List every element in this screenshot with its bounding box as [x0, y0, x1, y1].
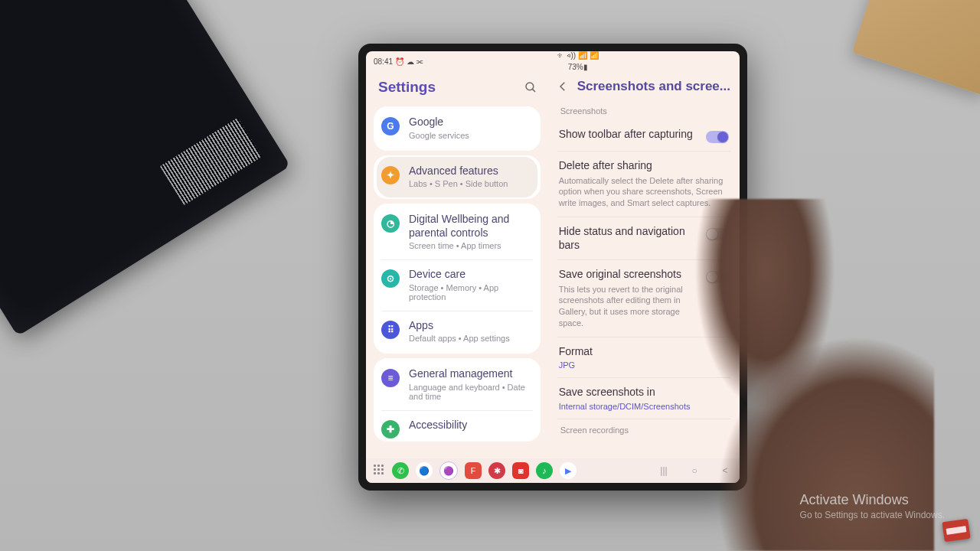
nav-home[interactable]: ○ [688, 465, 701, 476]
detail-content[interactable]: Screenshots Show toolbar after capturing… [548, 102, 740, 460]
channel-badge [942, 519, 970, 542]
row-sub: Automatically select the Delete after sh… [559, 175, 729, 210]
status-right: ᯤ ◁)) 📶 📶 73%▮ [423, 52, 732, 71]
app-messages[interactable]: 🔵 [416, 462, 433, 479]
status-left-icons: ⏰ ☁ ⫘ [395, 57, 424, 66]
row-value: JPG [559, 360, 729, 370]
settings-list[interactable]: G Google Google services ✦ [366, 102, 548, 460]
apps-icon: ⠿ [381, 321, 400, 339]
item-sub: Screen time • App timers [409, 241, 533, 250]
settings-card-advanced: ✦ Advanced features Labs • S Pen • Side … [374, 155, 541, 200]
split-panes: Settings G Google Google services [366, 70, 740, 460]
row-show-toolbar[interactable]: Show toolbar after capturing [557, 120, 730, 152]
barcode-sticker [160, 118, 263, 205]
app-browser[interactable]: 🟣 [439, 461, 458, 480]
screen: 08:41 ⏰ ☁ ⫘ ᯤ ◁)) 📶 📶 73%▮ Settings [366, 51, 740, 483]
product-box: Galaxy Z Fold6 [0, 0, 290, 336]
settings-card-google: G Google Google services [374, 106, 541, 151]
app-spotify[interactable]: ♪ [536, 462, 553, 479]
settings-item-advanced-features[interactable]: ✦ Advanced features Labs • S Pen • Side … [377, 157, 537, 198]
item-sub: Language and keyboard • Date and time [409, 383, 533, 401]
settings-item-general-management[interactable]: ≡ General management Language and keyboa… [377, 360, 537, 410]
toggle-save-original[interactable] [706, 271, 729, 283]
row-save-location[interactable]: Save screenshots in Internal storage/DCI… [557, 378, 730, 419]
item-title: Apps [409, 319, 533, 333]
row-title: Hide status and navigation bars [559, 225, 698, 252]
back-icon[interactable] [556, 80, 570, 93]
watermark-title: Activate Windows [800, 492, 945, 508]
app-yelp[interactable]: ✱ [488, 462, 505, 479]
item-title: Accessibility [409, 419, 533, 432]
item-sub: Google services [409, 131, 533, 140]
app-phone[interactable]: ✆ [392, 462, 409, 479]
general-icon: ≡ [381, 369, 400, 387]
photo-scene: Galaxy Z Fold6 08:41 ⏰ ☁ ⫘ ᯤ ◁)) 📶 📶 73%… [0, 0, 980, 551]
detail-header: Screenshots and scree... [548, 70, 740, 102]
status-bar: 08:41 ⏰ ☁ ⫘ ᯤ ◁)) 📶 📶 73%▮ [366, 51, 740, 70]
status-time: 08:41 [374, 57, 393, 66]
row-title: Save screenshots in [559, 386, 729, 399]
settings-card-general: ≡ General management Language and keyboa… [374, 358, 541, 442]
settings-item-accessibility[interactable]: ✚ Accessibility [377, 411, 537, 440]
taskbar-apps: ✆ 🔵 🟣 F ✱ ◙ ♪ ▶ [392, 461, 577, 480]
windows-watermark: Activate Windows Go to Settings to activ… [800, 492, 945, 520]
watermark-sub: Go to Settings to activate Windows. [800, 510, 945, 520]
row-save-original[interactable]: Save original screenshots This lets you … [557, 260, 730, 337]
settings-header: Settings [366, 70, 548, 102]
settings-card-group: ◔ Digital Wellbeing and parental control… [374, 204, 541, 354]
item-title: Advanced features [409, 165, 533, 178]
status-left: 08:41 ⏰ ☁ ⫘ [374, 57, 423, 66]
toggle-hide-bars[interactable] [706, 228, 729, 240]
app-flipboard[interactable]: F [465, 462, 482, 479]
item-sub: Default apps • App settings [409, 334, 533, 343]
detail-title: Screenshots and scree... [577, 79, 730, 94]
nav-back[interactable]: < [718, 465, 732, 476]
row-value: Internal storage/DCIM/Screenshots [559, 402, 729, 411]
toggle-show-toolbar[interactable] [706, 131, 729, 143]
row-sub: This lets you revert to the original scr… [559, 284, 698, 329]
app-camera[interactable]: ◙ [512, 462, 529, 479]
google-icon: G [381, 117, 400, 135]
system-nav: ||| ○ < [657, 465, 732, 476]
advanced-icon: ✦ [381, 166, 400, 184]
item-title: General management [409, 367, 533, 381]
item-sub: Storage • Memory • App protection [409, 283, 533, 302]
row-hide-bars[interactable]: Hide status and navigation bars [557, 217, 730, 260]
settings-detail-pane: Screenshots and scree... Screenshots Sho… [548, 70, 740, 460]
settings-item-google[interactable]: G Google Google services [377, 108, 537, 149]
wellbeing-icon: ◔ [381, 214, 400, 233]
row-delete-after-sharing[interactable]: Delete after sharing Automatically selec… [557, 152, 730, 217]
status-signal-icons: ᯤ ◁)) 📶 📶 [557, 52, 599, 60]
device-care-icon: ⊙ [381, 269, 400, 288]
row-title: Delete after sharing [559, 159, 729, 173]
search-icon[interactable] [524, 80, 537, 94]
nav-recents[interactable]: ||| [657, 465, 671, 476]
item-sub: Labs • S Pen • Side button [409, 179, 533, 188]
row-title: Format [559, 345, 729, 359]
settings-item-device-care[interactable]: ⊙ Device care Storage • Memory • App pro… [377, 260, 537, 311]
item-title: Device care [409, 268, 533, 282]
app-drawer-icon[interactable] [374, 465, 386, 477]
section-screenshots: Screenshots [557, 102, 730, 120]
section-screen-recordings: Screen recordings [557, 419, 730, 439]
app-play-store[interactable]: ▶ [560, 462, 577, 479]
row-title: Show toolbar after capturing [559, 128, 698, 142]
wood-prop [852, 0, 980, 95]
svg-point-0 [526, 83, 534, 90]
row-title: Save original screenshots [559, 268, 698, 282]
svg-line-1 [532, 89, 535, 92]
settings-master-pane: Settings G Google Google services [366, 70, 548, 460]
taskbar: ✆ 🔵 🟣 F ✱ ◙ ♪ ▶ ||| ○ < [366, 458, 740, 483]
accessibility-icon: ✚ [381, 420, 400, 439]
item-title: Digital Wellbeing and parental controls [409, 213, 533, 240]
settings-title: Settings [378, 79, 436, 96]
item-title: Google [409, 116, 533, 129]
settings-item-apps[interactable]: ⠿ Apps Default apps • App settings [377, 311, 537, 353]
device-frame: 08:41 ⏰ ☁ ⫘ ᯤ ◁)) 📶 📶 73%▮ Settings [358, 44, 747, 491]
settings-item-digital-wellbeing[interactable]: ◔ Digital Wellbeing and parental control… [377, 205, 537, 259]
row-format[interactable]: Format JPG [557, 337, 730, 379]
